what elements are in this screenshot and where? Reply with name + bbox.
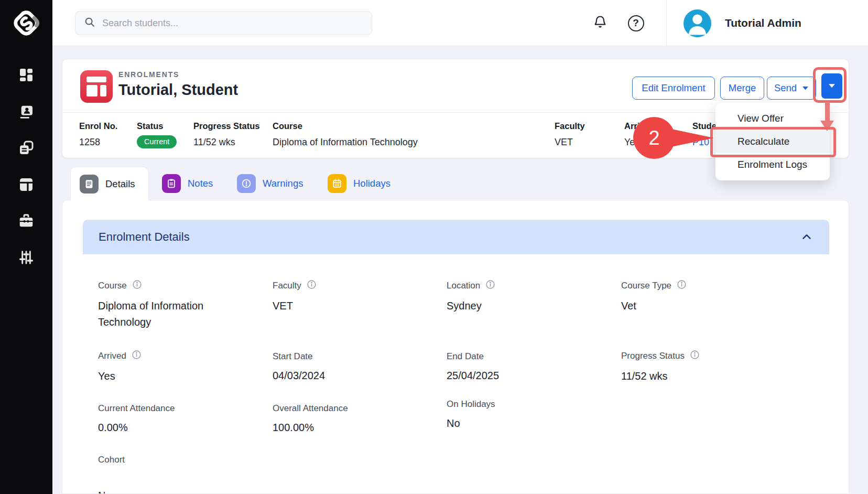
sidebar-item-documents[interactable] xyxy=(16,139,36,159)
id-card-icon xyxy=(18,103,35,122)
layout-icon xyxy=(18,176,35,195)
field-label: Location xyxy=(447,281,480,291)
summary-value: Yes xyxy=(624,137,655,148)
field-value: Yes xyxy=(98,368,142,384)
field-label: On Holidays xyxy=(447,399,495,410)
summary-enrol-no: Enrol No. 1258 xyxy=(79,121,117,148)
summary-label: Faculty xyxy=(555,121,585,131)
enrolments-icon xyxy=(80,70,113,103)
send-button-label: Send xyxy=(774,82,797,94)
help-button[interactable]: ? xyxy=(625,13,646,34)
menu-item-enrolment-logs[interactable]: Enrolment Logs xyxy=(715,153,830,176)
field-label: Arrived xyxy=(98,351,126,361)
field-value: 0.00% xyxy=(98,420,175,436)
field-value: 100.00% xyxy=(273,420,348,436)
search-icon xyxy=(84,16,95,30)
sidebar-item-students[interactable] xyxy=(16,103,36,123)
summary-faculty: Faculty VET xyxy=(555,121,585,148)
menu-item-view-offer[interactable]: View Offer xyxy=(715,107,830,130)
help-icon: ? xyxy=(628,15,644,31)
tab-label: Details xyxy=(105,178,135,190)
panel-title: Enrolment Details xyxy=(99,230,190,244)
info-icon[interactable] xyxy=(132,280,142,292)
summary-label: Course xyxy=(273,121,418,131)
app-logo-icon[interactable] xyxy=(0,0,52,46)
summary-label: Progress Status xyxy=(193,121,260,131)
send-button[interactable]: Send xyxy=(767,77,816,100)
field-value: 25/04/2025 xyxy=(447,368,499,384)
copy-docs-icon xyxy=(18,139,35,158)
tab-label: Warnings xyxy=(263,178,303,189)
tab-warnings[interactable]: Warnings xyxy=(237,173,303,194)
summary-status: Status Current xyxy=(137,121,177,148)
chevron-up-icon[interactable] xyxy=(800,230,813,244)
status-badge: Current xyxy=(137,135,177,148)
details-doc-icon xyxy=(80,175,99,194)
bell-icon xyxy=(593,15,607,31)
user-menu[interactable]: Tutorial Admin xyxy=(683,0,801,46)
sidebar-item-settings[interactable] xyxy=(16,249,36,269)
field-value: VET xyxy=(273,298,317,314)
field-label: Course xyxy=(98,281,127,291)
search-box[interactable] xyxy=(75,11,372,35)
field-cohort: Cohort No xyxy=(98,455,125,494)
field-value: Diploma of Information Technology xyxy=(98,298,229,330)
send-dropdown-menu: View Offer Recalculate Enrolment Logs xyxy=(715,103,830,180)
sidebar-item-dashboard[interactable] xyxy=(16,66,36,86)
summary-label: Status xyxy=(137,121,177,131)
tab-label: Holidays xyxy=(353,178,390,189)
field-value: 11/52 wks xyxy=(621,368,700,384)
field-label: Cohort xyxy=(98,455,125,465)
tab-holidays[interactable]: Holidays xyxy=(328,173,390,194)
field-value: No xyxy=(98,488,125,494)
summary-value: 1258 xyxy=(79,137,117,148)
breadcrumb: ENROLMENTS xyxy=(118,70,179,79)
field-value: No xyxy=(447,415,495,432)
summary-progress-status: Progress Status 11/52 wks xyxy=(193,121,260,148)
field-label: Progress Status xyxy=(621,351,685,361)
sidebar-item-enrolments[interactable] xyxy=(16,176,36,196)
summary-value: Diploma of Information Technology xyxy=(273,137,418,148)
caret-down-icon xyxy=(802,86,809,91)
briefcase-icon xyxy=(18,212,35,231)
field-label: Overall Attendance xyxy=(273,403,348,414)
tab-label: Notes xyxy=(188,178,213,189)
field-overall-attendance: Overall Attendance 100.00% xyxy=(273,403,348,436)
field-arrived: Arrived Yes xyxy=(98,350,142,384)
info-icon[interactable] xyxy=(690,350,700,362)
summary-arrived: Arrived Yes xyxy=(624,121,655,148)
field-end-date: End Date 25/04/2025 xyxy=(447,351,499,384)
field-label: Course Type xyxy=(621,281,671,291)
field-value: 04/03/2024 xyxy=(273,368,325,384)
page-title: Tutorial, Student xyxy=(118,81,238,99)
tab-notes[interactable]: Notes xyxy=(162,173,213,194)
field-faculty: Faculty VET xyxy=(273,280,317,314)
info-icon[interactable] xyxy=(307,280,317,292)
tab-details[interactable]: Details xyxy=(70,167,149,200)
field-label: Current Attendance xyxy=(98,403,175,414)
summary-label: Enrol No. xyxy=(79,121,117,131)
field-label: End Date xyxy=(447,351,484,362)
details-panel-card: Enrolment Details Course Diploma of Info… xyxy=(62,200,849,494)
sliders-icon xyxy=(18,249,35,268)
summary-value: VET xyxy=(555,137,585,148)
field-course-type: Course Type Vet xyxy=(621,280,687,314)
info-icon[interactable] xyxy=(132,350,142,362)
field-progress-status: Progress Status 11/52 wks xyxy=(621,350,700,384)
menu-item-recalculate[interactable]: Recalculate xyxy=(715,130,830,153)
enrolment-details-header[interactable]: Enrolment Details xyxy=(83,220,829,254)
field-value: Vet xyxy=(621,298,687,314)
more-actions-button[interactable] xyxy=(821,73,842,99)
search-input[interactable] xyxy=(102,18,363,29)
info-icon[interactable] xyxy=(677,280,687,292)
field-label: Faculty xyxy=(273,281,301,291)
sidebar-item-agents[interactable] xyxy=(16,212,36,232)
info-icon[interactable] xyxy=(485,280,495,292)
notifications-button[interactable] xyxy=(590,13,611,34)
user-name: Tutorial Admin xyxy=(725,17,801,29)
avatar xyxy=(683,9,711,37)
field-current-attendance: Current Attendance 0.00% xyxy=(98,403,175,436)
summary-label: Arrived xyxy=(624,121,655,131)
merge-button[interactable]: Merge xyxy=(720,77,764,100)
edit-enrolment-button[interactable]: Edit Enrolment xyxy=(632,77,715,100)
